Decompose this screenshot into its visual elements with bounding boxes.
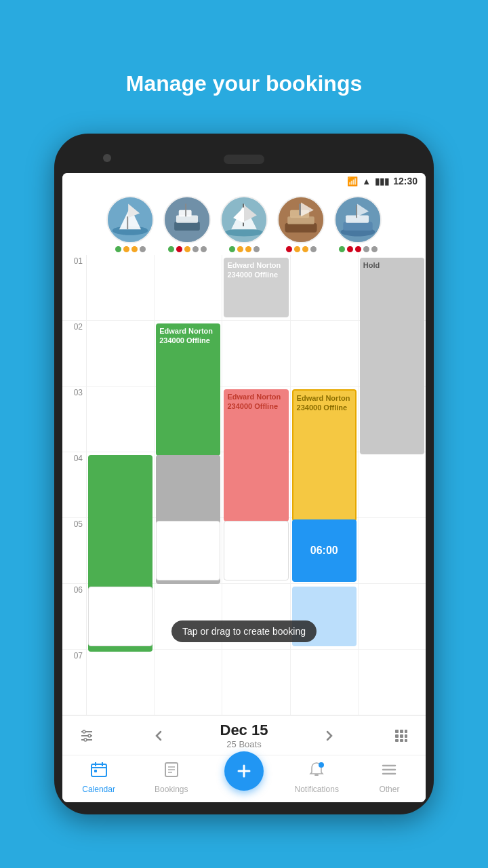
cal-cell-06-5[interactable] [359, 584, 426, 649]
hold-label: Hold [363, 261, 380, 269]
boat-3-dots [229, 246, 260, 252]
boat-1-dots [115, 246, 146, 252]
boat-5-dots [339, 246, 378, 252]
booking-edward-gray[interactable]: Edward Norton 234000 Offline [224, 258, 288, 317]
notifications-nav-label: Notifications [295, 785, 339, 794]
svg-rect-26 [356, 205, 357, 218]
boat-4-image [279, 197, 323, 242]
booking-edward-yellow[interactable]: Edward Norton 234000 Offline [292, 389, 357, 521]
other-nav-icon [380, 761, 398, 783]
cal-cell-04-2[interactable] [155, 452, 222, 517]
booking-white-2[interactable] [156, 521, 220, 580]
chevron-right-icon [323, 729, 336, 743]
cal-row-07: 07 [62, 650, 426, 715]
booking-edward-green[interactable]: Edward Norton 234000 Offline [156, 323, 220, 456]
booking-hold[interactable]: Hold [360, 258, 424, 454]
nav-item-calendar[interactable]: Calendar [62, 761, 135, 794]
cal-cell-02-3[interactable] [222, 321, 290, 386]
boat-avatar-1[interactable] [106, 196, 154, 252]
cal-cell-05-4[interactable]: 06:00 [291, 518, 359, 583]
prev-button[interactable] [149, 726, 168, 745]
time-01: 01 [62, 255, 87, 320]
booking-white-1-6[interactable] [88, 587, 152, 646]
cal-cell-07-4[interactable] [291, 650, 359, 715]
chevron-left-icon [152, 729, 165, 743]
calendar-nav-icon [90, 761, 108, 783]
cal-cell-01-1[interactable] [87, 255, 155, 320]
date-label: Dec 15 [220, 722, 268, 739]
cal-cell-01-4[interactable] [291, 255, 359, 320]
svg-rect-47 [94, 770, 97, 772]
cal-cell-03-3[interactable]: Edward Norton 234000 Offline [222, 387, 290, 452]
cal-cell-07-3[interactable] [222, 650, 290, 715]
nav-item-other[interactable]: Other [353, 761, 426, 794]
calendar-grid-icon [393, 728, 409, 744]
booking-label: Edward Norton 234000 Offline [227, 261, 281, 279]
cal-cell-05-3[interactable] [222, 518, 290, 583]
boat-5-image [336, 197, 380, 242]
boat-2-image [165, 197, 209, 242]
camera [103, 154, 111, 162]
boat-avatar-5[interactable] [334, 196, 382, 252]
nav-item-notifications[interactable]: Notifications [281, 761, 353, 794]
booking-edward-red[interactable]: Edward Norton 234000 Offline [224, 389, 288, 521]
time-label: 06:00 [310, 544, 338, 558]
calendar-icon [90, 761, 108, 778]
cal-cell-01-3[interactable]: Edward Norton 234000 Offline [222, 255, 290, 320]
cal-cell-01-2[interactable] [155, 255, 222, 320]
cal-cell-07-5[interactable] [359, 650, 426, 715]
boat-avatar-4[interactable] [277, 196, 325, 252]
cal-cell-07-2[interactable] [155, 650, 222, 715]
booking-yellow-label: Edward Norton 234000 Offline [297, 394, 350, 412]
calendar-view-button[interactable] [390, 725, 412, 747]
filter-button[interactable] [76, 725, 98, 747]
svg-rect-37 [395, 734, 399, 738]
svg-rect-40 [395, 739, 399, 742]
svg-rect-6 [174, 222, 200, 231]
add-button[interactable] [224, 751, 264, 791]
next-button[interactable] [320, 726, 339, 745]
cal-cell-05-5[interactable] [359, 518, 426, 583]
tooltip-text: Tap or drag to create booking [182, 626, 306, 637]
toolbar-date: Dec 15 25 Boats [220, 722, 268, 749]
cal-cells-01: Edward Norton 234000 Offline Hold [87, 255, 426, 320]
boat-avatar-2[interactable] [163, 196, 211, 252]
boat-2-dots [168, 246, 207, 252]
cal-cell-04-1[interactable] [87, 452, 155, 517]
nav-item-add[interactable] [207, 765, 280, 791]
status-time: 12:30 [393, 176, 418, 186]
boat-4-dots [286, 246, 317, 252]
booking-time-label[interactable]: 06:00 [292, 519, 357, 582]
bookings-icon [163, 761, 180, 778]
cal-cell-01-5[interactable]: Hold [359, 255, 426, 320]
wifi-icon: 📶 [347, 176, 358, 186]
svg-rect-36 [405, 730, 407, 733]
cal-cell-03-1[interactable] [87, 387, 155, 452]
calendar-grid: 01 Edward Norton 234000 Offline Hold [62, 255, 426, 715]
svg-rect-24 [343, 222, 372, 231]
svg-point-32 [88, 734, 91, 737]
cal-cell-02-2[interactable]: Edward Norton 234000 Offline [155, 321, 222, 386]
page-header: Manage your bookings [0, 0, 488, 134]
tooltip-bar: Tap or drag to create booking [171, 620, 317, 642]
time-02: 02 [62, 321, 87, 386]
status-bar: 📶 ▲ ▮▮▮ 12:30 [62, 173, 426, 189]
cal-cell-04-5[interactable] [359, 452, 426, 517]
boat-avatar-3[interactable] [220, 196, 268, 252]
cal-cell-03-4[interactable]: Edward Norton 234000 Offline [291, 387, 359, 452]
cal-cell-06-1[interactable] [87, 584, 155, 649]
phone-wrapper: 📶 ▲ ▮▮▮ 12:30 [54, 134, 434, 814]
cal-cell-05-2[interactable] [155, 518, 222, 583]
booking-white-3[interactable] [224, 521, 288, 580]
svg-rect-41 [400, 739, 403, 742]
filter-icon [79, 728, 95, 744]
nav-item-bookings[interactable]: Bookings [135, 761, 207, 794]
menu-icon [380, 761, 398, 778]
cal-cell-02-4[interactable] [291, 321, 359, 386]
bottom-toolbar: Dec 15 25 Boats [62, 715, 426, 755]
bottom-nav: Calendar Bookings [62, 755, 426, 802]
notifications-nav-icon [308, 761, 325, 783]
boat-3-image [222, 197, 266, 242]
cal-cell-07-1[interactable] [87, 650, 155, 715]
cal-cell-02-1[interactable] [87, 321, 155, 386]
